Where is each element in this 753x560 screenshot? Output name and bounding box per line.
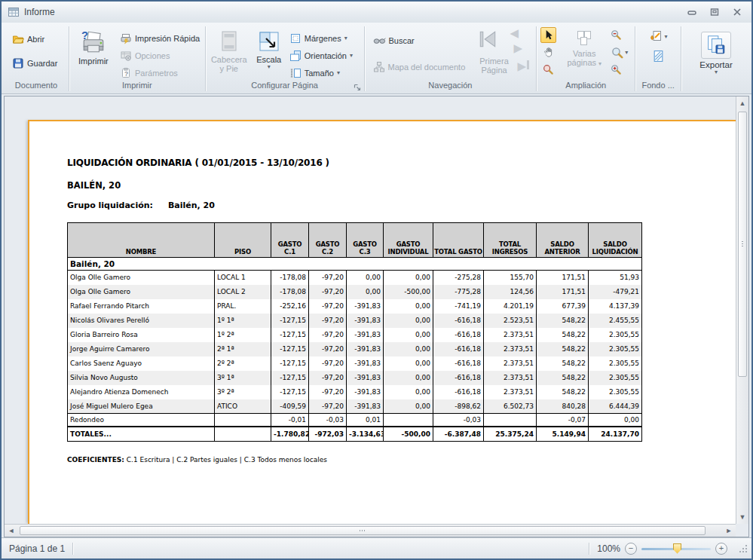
minimize-button[interactable] (681, 5, 703, 20)
table-cell: -252,16 (271, 299, 309, 314)
orientacion-button[interactable]: Orientación ▾ (286, 47, 356, 63)
table-cell: Alejandro Atienza Domenech (68, 385, 215, 399)
zoom-slider[interactable] (641, 543, 711, 555)
zoom-in-slider-button[interactable]: + (715, 543, 727, 555)
zoom-out-icon (611, 29, 622, 41)
table-cell: 0,00 (384, 342, 433, 357)
column-header: GASTO C.2 (309, 223, 347, 258)
report-viewer-window: Informe Abrir (0, 0, 753, 560)
table-cell: 171,51 (537, 285, 589, 299)
orientation-icon (289, 50, 302, 62)
parametros-button[interactable]: ? Parámetros (117, 65, 203, 81)
table-cell: 548,22 (537, 371, 589, 385)
table-cell: 548,22 (537, 314, 589, 328)
page-size-icon (289, 67, 302, 79)
varias-paginas-button[interactable]: Varias páginas ▾ (560, 27, 608, 67)
scroll-up-arrow[interactable]: ▲ (736, 97, 748, 109)
pointer-tool-button[interactable] (540, 27, 556, 43)
group-label-imprimir: Imprimir (70, 81, 204, 93)
table-cell: -616,18 (433, 328, 484, 342)
tamano-button[interactable]: Tamaño ▾ (286, 65, 356, 81)
chevron-down-icon: ▾ (350, 53, 353, 58)
column-header: TOTAL INGRESOS (484, 223, 537, 258)
opciones-button[interactable]: Opciones (117, 47, 203, 63)
resize-grip[interactable] (738, 543, 748, 554)
primera-pagina-label[interactable]: Primera Página (471, 57, 518, 75)
hand-tool-button[interactable] (540, 44, 556, 60)
document-map-icon (373, 61, 385, 73)
quick-print-icon (120, 32, 132, 44)
group-label-documento: Documento (5, 81, 68, 93)
table-cell: -391,83 (347, 299, 384, 314)
margins-icon (289, 32, 302, 44)
guardar-label: Guardar (27, 59, 57, 68)
table-cell: -500,00 (384, 427, 433, 442)
document-preview-area: LIQUIDACIÓN ORDINARIA ( 01/01/2015 - 13/… (4, 96, 749, 537)
maximize-icon (709, 7, 720, 17)
zoom-level-button[interactable]: ▾ (608, 44, 631, 60)
next-page-icon[interactable]: ▶ (514, 41, 523, 55)
table-cell: -6.387,48 (433, 427, 484, 442)
ribbon-group-fondo: ▾ Fondo ... (636, 25, 680, 93)
table-cell: 155,70 (484, 271, 537, 285)
zoom-out-button[interactable] (608, 27, 624, 43)
table-cell: -127,15 (271, 371, 309, 385)
previous-page-icon[interactable]: ◀ (510, 26, 519, 40)
table-cell: -97,20 (309, 357, 347, 371)
table-cell: Silvia Novo Augusto (68, 371, 215, 385)
table-cell: -275,28 (433, 271, 484, 285)
ribbon-group-exportar: Exportar ▾ (682, 25, 750, 93)
zoom-slider-thumb[interactable] (673, 543, 681, 554)
scroll-down-arrow[interactable]: ▼ (736, 511, 748, 523)
margenes-button[interactable]: Márgenes ▾ (286, 30, 356, 46)
table-cell: 2.373,51 (484, 385, 537, 399)
exportar-button[interactable]: Exportar ▾ (699, 29, 732, 75)
table-cell: -97,20 (309, 299, 347, 314)
maximize-button[interactable] (703, 5, 726, 20)
group-label-exportar (682, 81, 750, 93)
zoom-out-slider-button[interactable]: − (625, 543, 637, 555)
table-cell: 2.305,55 (589, 357, 642, 371)
orientacion-label: Orientación (305, 51, 347, 60)
last-page-icon[interactable]: ▶ (518, 60, 529, 73)
table-cell: -500,00 (384, 285, 433, 299)
dialog-launcher-icon[interactable] (353, 83, 362, 92)
scroll-right-arrow[interactable]: ► (723, 525, 735, 537)
last-page-arrow: ▶ (518, 60, 527, 72)
zoom-tool-button[interactable] (540, 62, 556, 78)
table-cell: LOCAL 2 (215, 285, 271, 299)
imprimir-button[interactable]: ? Imprimir (70, 26, 117, 66)
table-cell: -127,15 (271, 328, 309, 342)
group-separator (205, 26, 206, 91)
vertical-scrollbar[interactable]: ▲ ▼ (736, 96, 748, 524)
mapa-documento-button[interactable]: Mapa del documento (370, 59, 471, 75)
impresion-rapida-button[interactable]: Impresión Rápida (117, 30, 203, 46)
horizontal-scrollbar[interactable]: ◄ ► (5, 524, 736, 537)
horizontal-scroll-thumb[interactable] (20, 526, 706, 535)
cabecera-pie-button[interactable]: Cabecera y Pie (207, 26, 252, 73)
abrir-label: Abrir (27, 35, 44, 44)
table-cell: 2.455,55 (589, 314, 642, 328)
first-page-icon[interactable] (477, 29, 498, 50)
table-cell: 2.305,55 (589, 385, 642, 399)
column-header: NOMBRE (68, 223, 215, 258)
table-cell: -0,07 (537, 414, 589, 427)
export-icon (705, 34, 727, 57)
scroll-left-arrow[interactable]: ◄ (5, 525, 17, 537)
table-cell: 1º 2ª (215, 328, 271, 342)
buscar-button[interactable]: Buscar (370, 32, 471, 48)
abrir-button[interactable]: Abrir (9, 31, 47, 47)
close-button[interactable] (726, 5, 748, 20)
varias-paginas-text: Varias páginas (567, 49, 596, 67)
escala-button[interactable]: Escala ▾ (252, 26, 286, 69)
table-cell: -391,83 (347, 314, 384, 328)
guardar-button[interactable]: Guardar (9, 55, 60, 71)
marca-agua-button[interactable] (652, 50, 665, 66)
vertical-scroll-thumb[interactable] (738, 112, 747, 377)
zoom-in-button[interactable] (608, 62, 624, 78)
color-fondo-button[interactable]: ▾ (649, 29, 668, 43)
table-cell: -616,18 (433, 314, 484, 328)
table-cell: 3º 2ª (215, 385, 271, 399)
svg-text:?: ? (81, 29, 88, 41)
table-cell: Nicolás Olivares Perelló (68, 314, 215, 328)
